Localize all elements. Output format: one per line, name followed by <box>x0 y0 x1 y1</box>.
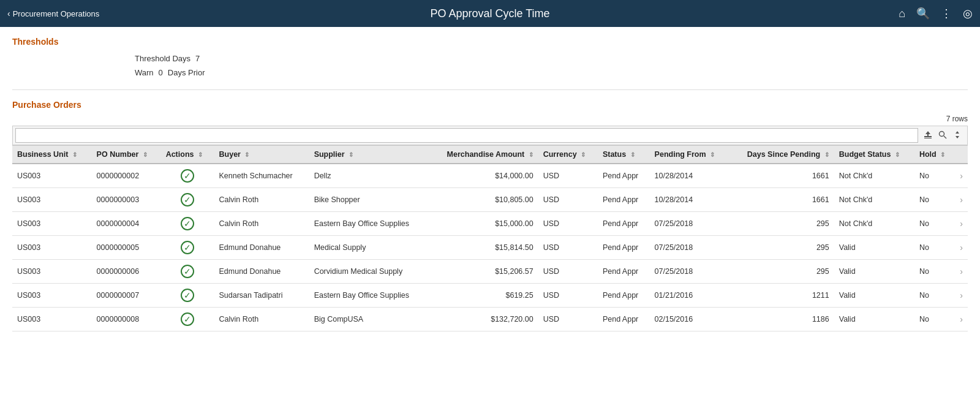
cell-currency: USD <box>538 260 598 284</box>
cell-actions[interactable]: ✓ <box>161 212 214 236</box>
cell-row-nav[interactable]: › <box>955 188 968 212</box>
purchase-orders-title: Purchase Orders <box>12 100 968 110</box>
cell-row-nav[interactable]: › <box>955 164 968 188</box>
cell-currency: USD <box>538 308 598 331</box>
threshold-days-label: Threshold Days <box>135 54 190 63</box>
cell-status: Pend Appr <box>598 284 650 308</box>
table-header-row: Business Unit ⇕ PO Number ⇕ Actions ⇕ Bu… <box>12 146 968 164</box>
purchase-orders-table: Business Unit ⇕ PO Number ⇕ Actions ⇕ Bu… <box>12 145 968 331</box>
cell-actions[interactable]: ✓ <box>161 308 214 331</box>
cell-supplier: Eastern Bay Office Supplies <box>309 212 429 236</box>
cell-actions[interactable]: ✓ <box>161 260 214 284</box>
col-hold[interactable]: Hold ⇕ <box>914 146 955 164</box>
svg-rect-0 <box>924 136 932 137</box>
header-icons: ⌂ 🔍 ⋮ ◎ <box>899 7 973 20</box>
cell-row-nav[interactable]: › <box>955 260 968 284</box>
cell-merchandise-amount: $619.25 <box>429 284 538 308</box>
cell-buyer: Calvin Roth <box>214 212 309 236</box>
svg-marker-5 <box>956 131 959 134</box>
cell-hold: No <box>914 188 955 212</box>
svg-marker-2 <box>925 131 930 136</box>
svg-line-4 <box>944 136 946 138</box>
cell-actions[interactable]: ✓ <box>161 188 214 212</box>
compass-icon[interactable]: ◎ <box>963 7 973 20</box>
action-check-icon[interactable]: ✓ <box>181 241 194 254</box>
cell-business-unit: US003 <box>12 164 92 188</box>
cell-actions[interactable]: ✓ <box>161 284 214 308</box>
cell-status: Pend Appr <box>598 188 650 212</box>
col-budget-status[interactable]: Budget Status ⇕ <box>834 146 914 164</box>
days-prior-label: Days Prior <box>168 68 205 77</box>
cell-actions[interactable]: ✓ <box>161 236 214 260</box>
cell-status: Pend Appr <box>598 236 650 260</box>
cell-currency: USD <box>538 212 598 236</box>
cell-business-unit: US003 <box>12 212 92 236</box>
cell-row-nav[interactable]: › <box>955 236 968 260</box>
warn-row: Warn 0 Days Prior <box>12 66 968 80</box>
col-currency[interactable]: Currency ⇕ <box>538 146 598 164</box>
export-button[interactable] <box>921 129 935 143</box>
cell-hold: No <box>914 164 955 188</box>
cell-days-since-pending: 295 <box>729 212 834 236</box>
rows-count: 7 rows <box>946 115 968 123</box>
cell-actions[interactable]: ✓ <box>161 164 214 188</box>
warn-label: Warn <box>135 68 154 77</box>
cell-supplier: Medical Supply <box>309 236 429 260</box>
cell-po-number: 0000000006 <box>92 260 161 284</box>
cell-row-nav[interactable]: › <box>955 284 968 308</box>
home-icon[interactable]: ⌂ <box>899 7 905 20</box>
table-row: US003 0000000002 ✓ Kenneth Schumacher De… <box>12 164 968 188</box>
action-check-icon[interactable]: ✓ <box>181 312 194 326</box>
cell-buyer: Edmund Donahue <box>214 236 309 260</box>
col-buyer[interactable]: Buyer ⇕ <box>214 146 309 164</box>
col-business-unit[interactable]: Business Unit ⇕ <box>12 146 92 164</box>
cell-business-unit: US003 <box>12 308 92 331</box>
action-check-icon[interactable]: ✓ <box>181 265 194 278</box>
col-merchandise-amount[interactable]: Merchandise Amount ⇕ <box>429 146 538 164</box>
cell-budget-status: Not Chk'd <box>834 212 914 236</box>
cell-row-nav[interactable]: › <box>955 212 968 236</box>
cell-buyer: Sudarsan Tadipatri <box>214 284 309 308</box>
col-actions[interactable]: Actions ⇕ <box>161 146 214 164</box>
cell-po-number: 0000000003 <box>92 188 161 212</box>
back-nav[interactable]: ‹ Procurement Operations <box>7 9 99 18</box>
filter-search-button[interactable] <box>935 129 950 143</box>
cell-currency: USD <box>538 188 598 212</box>
cell-po-number: 0000000007 <box>92 284 161 308</box>
col-status[interactable]: Status ⇕ <box>598 146 650 164</box>
table-row: US003 0000000008 ✓ Calvin Roth Big CompU… <box>12 308 968 331</box>
cell-pending-from: 07/25/2018 <box>650 236 729 260</box>
cell-merchandise-amount: $132,720.00 <box>429 308 538 331</box>
svg-marker-6 <box>956 136 959 138</box>
cell-days-since-pending: 1186 <box>729 308 834 331</box>
cell-po-number: 0000000005 <box>92 236 161 260</box>
cell-buyer: Calvin Roth <box>214 188 309 212</box>
cell-days-since-pending: 1661 <box>729 164 834 188</box>
col-pending-from[interactable]: Pending From ⇕ <box>650 146 729 164</box>
search-icon[interactable]: 🔍 <box>916 7 930 20</box>
search-input[interactable] <box>15 128 918 143</box>
action-check-icon[interactable]: ✓ <box>181 193 194 206</box>
sort-button[interactable] <box>950 129 965 143</box>
col-supplier[interactable]: Supplier ⇕ <box>309 146 429 164</box>
action-check-icon[interactable]: ✓ <box>181 289 194 302</box>
col-po-number[interactable]: PO Number ⇕ <box>92 146 161 164</box>
back-arrow-icon: ‹ <box>7 9 10 18</box>
col-days-since-pending[interactable]: Days Since Pending ⇕ <box>729 146 834 164</box>
cell-supplier: Bike Shopper <box>309 188 429 212</box>
thresholds-section: Thresholds Threshold Days 7 Warn 0 Days … <box>12 37 968 90</box>
action-check-icon[interactable]: ✓ <box>181 169 194 183</box>
cell-row-nav[interactable]: › <box>955 308 968 331</box>
cell-supplier: Corvidium Medical Supply <box>309 260 429 284</box>
cell-days-since-pending: 295 <box>729 236 834 260</box>
cell-business-unit: US003 <box>12 260 92 284</box>
cell-pending-from: 07/25/2018 <box>650 260 729 284</box>
more-icon[interactable]: ⋮ <box>941 7 952 20</box>
cell-merchandise-amount: $15,000.00 <box>429 212 538 236</box>
action-check-icon[interactable]: ✓ <box>181 217 194 230</box>
table-toolbar <box>12 126 968 145</box>
table-row: US003 0000000007 ✓ Sudarsan Tadipatri Ea… <box>12 284 968 308</box>
cell-currency: USD <box>538 236 598 260</box>
cell-merchandise-amount: $14,000.00 <box>429 164 538 188</box>
cell-buyer: Edmund Donahue <box>214 260 309 284</box>
